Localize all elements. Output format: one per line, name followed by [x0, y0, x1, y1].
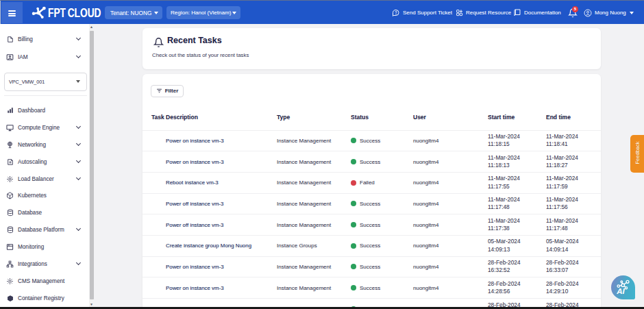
- svg-text:AI: AI: [616, 287, 625, 295]
